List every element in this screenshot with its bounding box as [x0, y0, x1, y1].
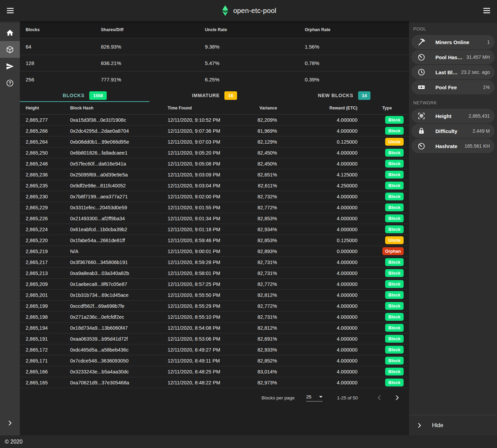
table-row[interactable]: 2,865,171 0x7cdce548...3636093050 12/11/…: [20, 355, 409, 366]
cell-block-hash[interactable]: 0x7b8f7199...aea377a271: [70, 194, 168, 199]
stats-rows: 64 826.93% 9.38% 1.56% 128 836.21% 5.47%…: [20, 38, 409, 88]
table-row[interactable]: 2,865,250 0x6b801826...fa9adcaee1 12/11/…: [20, 147, 409, 158]
table-row[interactable]: 2,865,264 0xb08dd0b1...99e066d95e 12/11/…: [20, 136, 409, 147]
cell-block-hash[interactable]: 0x1aebeca8...8f67c05e87: [70, 281, 168, 287]
table-row[interactable]: 2,865,201 0x1b31b734...69c1d45ace 12/11/…: [20, 290, 409, 301]
pool-stats-table: Blocks Shares/Diff Uncle Rate Orphan Rat…: [20, 21, 409, 88]
table-row[interactable]: 2,865,230 0x7b8f7199...aea377a271 12/11/…: [20, 191, 409, 202]
main-content: Blocks Shares/Diff Uncle Rate Orphan Rat…: [20, 21, 409, 435]
table-row[interactable]: 2,865,166 0x3233243e...b5a4aa30dc 12/11/…: [20, 366, 409, 377]
cell-variance: 82,450%: [241, 150, 277, 156]
network-section-title: NETWORK: [409, 95, 497, 109]
cell-block-hash[interactable]: 0x21493300...af2ff9ba34: [70, 216, 168, 221]
cell-block-hash[interactable]: 0x3f367660...345806b191: [70, 260, 168, 265]
sidebar-item-blocks[interactable]: [0, 41, 20, 58]
sidebar-item-help[interactable]: ?: [0, 75, 20, 91]
tab-count-badge: 16: [224, 91, 237, 100]
sidebar-item-home[interactable]: [0, 24, 20, 41]
stat-pool-hashrate: Pool Hashrate 31.457 MH: [411, 50, 495, 64]
stat-value: 31.457 MH: [465, 54, 490, 60]
hamburger-icon: [6, 6, 15, 15]
table-row[interactable]: 2,865,220 0x1fabe54a...2661de81ff 12/11/…: [20, 235, 409, 246]
table-row[interactable]: 2,865,235 0x9df2e98e...811fc40052 12/11/…: [20, 180, 409, 191]
cell-block-hash[interactable]: 0x2dc4295d...2dae0a8704: [70, 128, 168, 134]
table-row[interactable]: 2,865,165 0xa70621d9...37e305468a 12/11/…: [20, 377, 409, 388]
cell-block-hash[interactable]: 0x3311efec...20453d0e59: [70, 205, 168, 210]
stat-label: Miners Online: [435, 39, 469, 45]
per-page-select[interactable]: 25: [306, 394, 323, 401]
cell-block-hash[interactable]: 0xa70621d9...37e305468a: [70, 380, 168, 385]
table-row[interactable]: 2,865,172 0xdc465d5a...a58beb436c 12/11/…: [20, 344, 409, 355]
cell-block-hash[interactable]: 0x25095f69...a0d39e9e5a: [70, 172, 168, 177]
table-row[interactable]: 2,865,217 0x3f367660...345806b191 12/11/…: [20, 257, 409, 268]
cell-reward: 4.000000: [277, 358, 357, 364]
table-row[interactable]: 2,865,191 0xaa063539...b95d41d72f 12/11/…: [20, 333, 409, 344]
cell-block-hash[interactable]: 0x3233243e...b5a4aa30dc: [70, 369, 168, 374]
blocks-tabs: BLOCKS 1558 IMMATURE 16 NEW BLOCKS 14: [20, 90, 409, 102]
cell-block-hash[interactable]: 0x271a236c...0efcfdf2ec: [70, 314, 168, 320]
tab-count-badge: 14: [358, 91, 370, 100]
cell-block-hash[interactable]: 0xa9a8eab3...03a340a82b: [70, 271, 168, 276]
cell-variance: 82,450%: [241, 161, 277, 167]
stat-label: Height: [435, 113, 452, 119]
left-nav-rail: ?: [0, 21, 20, 435]
stat-label: Pool Fee: [435, 84, 457, 90]
per-page-label: Blocks per page: [261, 395, 295, 400]
cell-block-hash[interactable]: 0x6b801826...fa9adcaee1: [70, 150, 168, 156]
next-page-button[interactable]: [391, 392, 403, 404]
previous-page-button[interactable]: [374, 392, 385, 404]
cell-block-hash[interactable]: N/A: [70, 249, 168, 254]
top-app-bar: open-etc-pool: [0, 0, 497, 21]
cell-block-hash[interactable]: 0xb08dd0b1...99e066d95e: [70, 139, 168, 145]
cell-block-hash[interactable]: 0x9df2e98e...811fc40052: [70, 183, 168, 188]
cell-time-found: 12/11/2020, 9:02:00 PM: [168, 194, 241, 199]
tab-new-blocks[interactable]: NEW BLOCKS 14: [279, 90, 409, 102]
table-row[interactable]: 2,865,219 N/A 12/11/2020, 9:00:01 PM 82,…: [20, 246, 409, 257]
cell-block-hash[interactable]: 0xa15d3f38...0e31f1908c: [70, 117, 168, 123]
table-row[interactable]: 2,865,277 0xa15d3f38...0e31f1908c 12/11/…: [20, 115, 409, 126]
table-row[interactable]: 2,865,224 0x61eabfcd...1b0cba39b2 12/11/…: [20, 224, 409, 235]
cell-orphan-rate: 0.78%: [305, 60, 409, 66]
table-row[interactable]: 2,865,209 0x1aebeca8...8f67c05e87 12/11/…: [20, 279, 409, 290]
tab-blocks[interactable]: BLOCKS 1558: [20, 90, 149, 102]
cell-block-hash[interactable]: 0x1b31b734...69c1d45ace: [70, 292, 168, 298]
cell-block-hash[interactable]: 0xccdf562f...69a698b7fe: [70, 303, 168, 309]
table-row[interactable]: 2,865,194 0x18d734a9...13b6060f47 12/11/…: [20, 322, 409, 333]
menu-hamburger-right[interactable]: [479, 3, 494, 18]
table-row[interactable]: 2,865,198 0x271a236c...0efcfdf2ec 12/11/…: [20, 312, 409, 322]
cell-height: 2,865,264: [26, 139, 70, 145]
sidebar-item-payments[interactable]: [0, 58, 20, 75]
table-row[interactable]: 2,865,248 0x57fec60f...da616e941a 12/11/…: [20, 158, 409, 169]
cell-reward: 4.125000: [277, 172, 357, 177]
table-row[interactable]: 2,865,213 0xa9a8eab3...03a340a82b 12/11/…: [20, 268, 409, 279]
cell-reward: 4.000000: [277, 292, 357, 298]
table-row[interactable]: 2,865,266 0x2dc4295d...2dae0a8704 12/11/…: [20, 126, 409, 136]
table-row[interactable]: 2,865,236 0x25095f69...a0d39e9e5a 12/11/…: [20, 169, 409, 180]
hide-sidebar-button[interactable]: Hide: [409, 415, 497, 435]
cell-reward: 4.000000: [277, 216, 357, 221]
cell-reward: 4.000000: [277, 150, 357, 156]
nav-expand-button[interactable]: [0, 415, 20, 431]
cell-height: 2,865,248: [26, 161, 70, 167]
cell-block-hash[interactable]: 0x1fabe54a...2661de81ff: [70, 238, 168, 243]
cell-time-found: 12/11/2020, 8:48:22 PM: [168, 380, 241, 385]
cell-variance: 82,129%: [241, 139, 277, 145]
table-row[interactable]: 2,865,229 0x3311efec...20453d0e59 12/11/…: [20, 202, 409, 213]
table-row[interactable]: 2,865,199 0xccdf562f...69a698b7fe 12/11/…: [20, 301, 409, 312]
tab-immature[interactable]: IMMATURE 16: [149, 90, 279, 102]
type-badge: Block: [385, 182, 404, 189]
cell-block-hash[interactable]: 0xdc465d5a...a58beb436c: [70, 347, 168, 353]
table-row[interactable]: 2,865,226 0x21493300...af2ff9ba34 12/11/…: [20, 213, 409, 224]
cell-variance: 82,731%: [241, 314, 277, 320]
cell-block-hash[interactable]: 0x18d734a9...13b6060f47: [70, 325, 168, 331]
cell-block-hash[interactable]: 0x61eabfcd...1b0cba39b2: [70, 227, 168, 232]
stat-value: 23.2 sec. ago: [460, 69, 490, 75]
cell-block-hash[interactable]: 0x7cdce548...3636093050: [70, 358, 168, 364]
cell-reward: 4.000000: [277, 303, 357, 309]
send-icon: [6, 62, 14, 70]
cell-block-hash[interactable]: 0xaa063539...b95d41d72f: [70, 336, 168, 342]
cell-block-hash[interactable]: 0x57fec60f...da616e941a: [70, 161, 168, 167]
cell-reward: 0.125000: [277, 139, 357, 145]
menu-hamburger-left[interactable]: [3, 3, 18, 18]
stats-row: 256 777.91% 6.25% 0.39%: [20, 71, 409, 88]
